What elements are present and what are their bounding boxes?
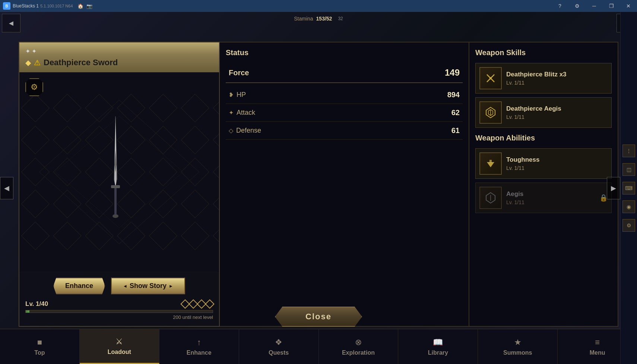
nav-item-enhance[interactable]: ↑ Enhance [159,329,239,364]
titlebar: B BlueStacks 1 5.1.100.1017 N64 🏠 📷 ? ⚙ … [0,0,637,12]
status-panel: Status Force 149 ❥ HP 894 [220,42,469,327]
game-area: Stamina 153/52 32 ◄ ► ◀ ▶ ✦ ✦ ◆ ⚠ Death [0,12,637,364]
defense-label: Defense [236,127,261,134]
hp-value: 894 [447,91,460,99]
force-label: Force [229,69,249,77]
lock-badge[interactable]: ⚙ [25,78,43,96]
sidebar-btn-5[interactable]: ⚙ [622,219,635,232]
skill-item-0[interactable]: Deathpierce Blitz x3 Lv. 1/11 [475,63,612,94]
attack-value: 62 [451,108,460,117]
close-button-container: Close [275,307,362,327]
nav-label-library: Library [428,349,448,356]
status-table: Force 149 ❥ HP 894 ✦ Attack [226,63,463,140]
sidebar-btn-4[interactable]: ◉ [622,200,635,213]
nav-label-summons: Summons [503,349,532,356]
nav-label-loadout: Loadout [108,349,131,355]
stamina-label: Stamina [294,16,313,22]
ability-item-0[interactable]: Toughness Lv. 1/11 [475,148,612,179]
weapon-display-area: ⚙ [19,72,219,272]
skill-level-1: Lv. 1/11 [506,114,608,120]
sword-image [97,113,142,232]
ability-icon-0 [479,152,502,175]
level-section: Lv. 1/40 200 until next level [19,300,219,326]
skill-name-1: Deathpierce Aegis [506,105,608,113]
defense-row: ◇ Defense 61 [226,122,463,140]
weapon-panel: ✦ ✦ ◆ ⚠ Deathpierce Sword [19,42,220,327]
home-icon[interactable]: 🏠 [77,3,83,9]
close-button[interactable]: Close [275,307,362,327]
skills-panel: Weapon Skills Deathpierce Blitz x3 Lv. 1… [469,42,618,327]
minimize-button[interactable]: ─ [586,0,603,12]
ability-level-1: Lv. 1/11 [506,199,608,205]
top-number: 32 [338,16,343,21]
modal-container: ✦ ✦ ◆ ⚠ Deathpierce Sword [19,42,618,327]
svg-rect-17 [489,160,492,163]
nav-item-top[interactable]: ■ Top [0,329,80,364]
level-text: Lv. 1/40 [25,300,48,308]
weapon-skills-title: Weapon Skills [475,48,612,57]
bluestacks-logo: B [3,2,10,10]
sidebar-btn-3[interactable]: ⌨ [622,182,635,194]
nav-icon-menu: ≡ [595,338,600,347]
weapon-header: ✦ ✦ ◆ ⚠ Deathpierce Sword [19,42,219,72]
nav-item-loadout[interactable]: ⚔ Loadout [80,329,159,364]
star-2: ✦ [32,48,37,55]
bottom-navigation: ■ Top ⚔ Loadout ↑ Enhance ❖ Quests ⊗ Exp… [0,329,637,364]
ability-item-1[interactable]: Aegis Lv. 1/11 🔒 [475,183,612,213]
sidebar-btn-1[interactable]: ⋮ [622,145,635,157]
skill-info-1: Deathpierce Aegis Lv. 1/11 [506,105,608,120]
level-diamonds [182,301,213,307]
nav-item-library[interactable]: 📖 Library [398,329,478,364]
skill-item-1[interactable]: Deathpierce Aegis Lv. 1/11 [475,97,612,128]
attack-row: ✦ Attack 62 [226,104,463,122]
star-1: ✦ [25,48,30,55]
settings-button[interactable]: ⚙ [568,0,586,12]
sidebar-btn-2[interactable]: ◫ [622,163,635,176]
warning-icon: ⚠ [34,58,41,67]
hp-row: ❥ HP 894 [226,86,463,104]
stamina-area: Stamina 153/52 32 [294,16,343,22]
right-sidebar: ⋮ ◫ ⌨ ◉ ⚙ [620,12,637,364]
defense-value: 61 [451,126,460,135]
nav-label-exploration: Exploration [342,349,375,356]
app-title: BlueStacks 1 [13,3,39,9]
nav-label-quests: Quests [269,349,289,356]
hp-icon: ❥ [229,91,234,98]
show-story-button[interactable]: Show Story [111,278,185,294]
xp-until-next: 200 until next level [25,314,213,320]
app-version: 5.1.100.1017 N64 [40,4,73,8]
nav-icon-top: ■ [37,338,42,347]
help-button[interactable]: ? [551,0,568,12]
nav-arrow-top-left[interactable]: ◄ [2,14,20,32]
restore-button[interactable]: ❐ [603,0,620,12]
nav-icon-quests: ❖ [275,338,282,347]
close-window-button[interactable]: ✕ [620,0,637,12]
svg-rect-6 [111,185,120,188]
ability-level-0: Lv. 1/11 [506,165,608,171]
defense-icon: ◇ [229,127,233,134]
status-title: Status [226,48,463,57]
nav-arrow-right[interactable]: ▶ [607,177,620,199]
nav-item-quests[interactable]: ❖ Quests [239,329,319,364]
nav-arrow-left[interactable]: ◀ [0,177,13,199]
lock-overlay-icon: 🔒 [599,194,608,202]
ability-info-0: Toughness Lv. 1/11 [506,156,608,171]
nav-item-exploration[interactable]: ⊗ Exploration [319,329,399,364]
nav-label-menu: Menu [590,349,605,356]
stamina-value: 153/52 [316,16,332,22]
nav-item-summons[interactable]: ★ Summons [478,329,558,364]
screenshot-icon[interactable]: 📷 [86,3,92,9]
weapon-actions: Enhance Show Story [19,272,219,300]
nav-icon-loadout: ⚔ [115,337,123,346]
skill-level-0: Lv. 1/11 [506,80,608,86]
skill-name-0: Deathpierce Blitz x3 [506,71,608,78]
weapon-name-row: ◆ ⚠ Deathpierce Sword [25,58,118,67]
svg-point-8 [112,214,118,218]
enhance-button[interactable]: Enhance [53,278,105,294]
diamond-icon-1: ◆ [25,58,31,67]
svg-rect-7 [114,188,117,214]
skill-icon-1 [479,101,502,124]
nav-label-top: Top [34,349,45,356]
ability-name-1: Aegis [506,190,608,198]
nav-icon-enhance: ↑ [197,338,201,347]
